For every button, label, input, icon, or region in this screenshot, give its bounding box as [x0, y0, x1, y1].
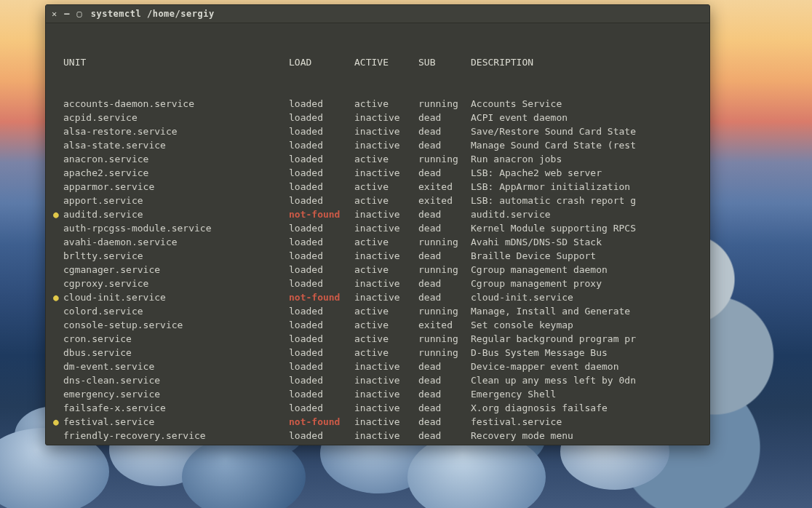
- status-bullet-icon: [53, 249, 63, 263]
- load-state: loaded: [289, 304, 354, 318]
- description: auditd.service: [471, 207, 702, 221]
- service-row: apparmor.serviceloadedactiveexitedLSB: A…: [53, 180, 702, 194]
- sub-state: exited: [418, 318, 471, 332]
- description: Braille Device Support: [471, 249, 702, 263]
- load-state: loaded: [289, 152, 354, 166]
- description: Cgroup management proxy: [471, 277, 702, 290]
- load-state: loaded: [289, 263, 354, 277]
- description: ACPI event daemon: [471, 111, 702, 124]
- header-active: ACTIVE: [354, 55, 418, 69]
- unit-name: friendly-recovery.service: [63, 429, 289, 442]
- active-state: inactive: [354, 429, 418, 442]
- active-state: active: [354, 180, 418, 194]
- unit-name: apache2.service: [63, 166, 289, 180]
- sub-state: dead: [418, 373, 471, 387]
- load-state: not-found: [289, 207, 354, 221]
- header-sub: SUB: [418, 55, 471, 69]
- description: Device-mapper event daemon: [471, 360, 702, 373]
- status-bullet-icon: [53, 263, 63, 277]
- status-bullet-icon: [53, 401, 63, 415]
- unit-name: cron.service: [63, 332, 289, 346]
- service-row: cron.serviceloadedactiverunningRegular b…: [53, 332, 702, 346]
- service-row: anacron.serviceloadedactiverunningRun an…: [53, 152, 702, 166]
- status-bullet-icon: [53, 221, 63, 235]
- header-description: DESCRIPTION: [471, 55, 702, 69]
- service-row: friendly-recovery.serviceloadedinactived…: [53, 429, 702, 442]
- unit-name: alsa-restore.service: [63, 124, 289, 138]
- status-bullet-icon: ●: [53, 415, 63, 429]
- description: Avahi mDNS/DNS-SD Stack: [471, 235, 702, 249]
- maximize-icon[interactable]: ▢: [76, 9, 81, 18]
- active-state: inactive: [354, 138, 418, 152]
- status-bullet-icon: [53, 387, 63, 401]
- sub-state: dead: [418, 387, 471, 401]
- active-state: active: [354, 346, 418, 360]
- status-bullet-icon: [53, 152, 63, 166]
- unit-name: console-setup.service: [63, 318, 289, 332]
- status-bullet-icon: [53, 346, 63, 360]
- unit-name: cloud-init.service: [63, 290, 289, 304]
- description: Kernel Module supporting RPCS: [471, 221, 702, 235]
- service-row: ●festival.servicenot-foundinactivedeadfe…: [53, 415, 702, 429]
- terminal-window[interactable]: ✕ – ▢ systemctl /home/sergiy UNIT LOAD A…: [45, 4, 710, 445]
- window-controls: ✕ – ▢: [52, 9, 82, 18]
- header-unit: UNIT: [63, 55, 289, 69]
- active-state: inactive: [354, 387, 418, 401]
- sub-state: dead: [418, 415, 471, 429]
- active-state: inactive: [354, 249, 418, 263]
- active-state: inactive: [354, 221, 418, 235]
- sub-state: running: [418, 346, 471, 360]
- status-bullet-icon: [53, 429, 63, 442]
- sub-state: running: [418, 332, 471, 346]
- terminal-body[interactable]: UNIT LOAD ACTIVE SUB DESCRIPTION account…: [46, 23, 709, 445]
- active-state: inactive: [354, 124, 418, 138]
- service-row: dns-clean.serviceloadedinactivedeadClean…: [53, 373, 702, 387]
- load-state: loaded: [289, 249, 354, 263]
- description: Regular background program pr: [471, 332, 702, 346]
- unit-name: failsafe-x.service: [63, 401, 289, 415]
- load-state: loaded: [289, 429, 354, 442]
- unit-name: getty-static.service: [63, 442, 289, 445]
- load-state: loaded: [289, 442, 354, 445]
- service-row: alsa-restore.serviceloadedinactivedeadSa…: [53, 124, 702, 138]
- status-bullet-icon: [53, 124, 63, 138]
- sub-state: running: [418, 304, 471, 318]
- status-bullet-icon: [53, 318, 63, 332]
- load-state: loaded: [289, 360, 354, 373]
- close-icon[interactable]: ✕: [52, 9, 57, 18]
- window-titlebar[interactable]: ✕ – ▢ systemctl /home/sergiy: [46, 5, 709, 23]
- load-state: loaded: [289, 346, 354, 360]
- load-state: loaded: [289, 387, 354, 401]
- sub-state: dead: [418, 442, 471, 445]
- description: LSB: automatic crash report g: [471, 194, 702, 207]
- sub-state: running: [418, 152, 471, 166]
- active-state: inactive: [354, 111, 418, 124]
- sub-state: dead: [418, 277, 471, 290]
- active-state: inactive: [354, 373, 418, 387]
- header-bullet: [53, 55, 63, 69]
- service-row: ●cloud-init.servicenot-foundinactivedead…: [53, 290, 702, 304]
- minimize-icon[interactable]: –: [64, 9, 69, 18]
- sub-state: running: [418, 263, 471, 277]
- unit-name: festival.service: [63, 415, 289, 429]
- load-state: loaded: [289, 180, 354, 194]
- description: Set console keymap: [471, 318, 702, 332]
- sub-state: dead: [418, 249, 471, 263]
- desktop-wallpaper: ✕ – ▢ systemctl /home/sergiy UNIT LOAD A…: [0, 0, 812, 508]
- service-row: cgproxy.serviceloadedinactivedeadCgroup …: [53, 277, 702, 290]
- status-bullet-icon: [53, 138, 63, 152]
- active-state: active: [354, 263, 418, 277]
- service-row: colord.serviceloadedactiverunningManage,…: [53, 304, 702, 318]
- unit-name: dm-event.service: [63, 360, 289, 373]
- service-row: emergency.serviceloadedinactivedeadEmerg…: [53, 387, 702, 401]
- active-state: inactive: [354, 360, 418, 373]
- active-state: active: [354, 318, 418, 332]
- load-state: loaded: [289, 138, 354, 152]
- sub-state: dead: [418, 111, 471, 124]
- unit-name: apparmor.service: [63, 180, 289, 194]
- active-state: inactive: [354, 442, 418, 445]
- status-bullet-icon: [53, 442, 63, 445]
- service-row: dm-event.serviceloadedinactivedeadDevice…: [53, 360, 702, 373]
- description: Clean up any mess left by 0dn: [471, 373, 702, 387]
- status-bullet-icon: ●: [53, 290, 63, 304]
